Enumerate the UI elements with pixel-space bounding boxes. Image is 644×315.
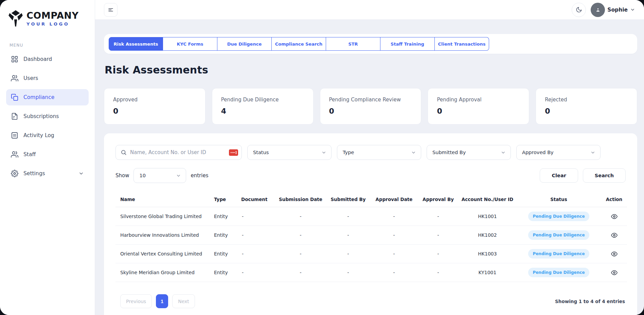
column-header-type: Type bbox=[211, 193, 238, 207]
cell-submitted-by: - bbox=[326, 263, 370, 282]
sidebar-item-label: Users bbox=[23, 75, 38, 81]
filters-table-panel: Status Type Submitted By Approved By bbox=[104, 133, 637, 315]
sidebar-item-label: Subscriptions bbox=[23, 113, 59, 119]
sidebar-item-settings[interactable]: Settings bbox=[6, 165, 89, 182]
cell-approval-by: - bbox=[418, 207, 459, 226]
sidebar-item-staff[interactable]: Staff bbox=[6, 146, 89, 163]
sidebar-item-subscriptions[interactable]: Subscriptions bbox=[6, 108, 89, 125]
chevron-down-icon bbox=[411, 150, 416, 155]
next-page-button[interactable]: Next bbox=[172, 294, 195, 308]
cell-submission-date: - bbox=[275, 263, 326, 282]
tab-kyc-forms[interactable]: KYC Forms bbox=[163, 37, 217, 51]
chevron-down-icon bbox=[501, 150, 506, 155]
table-row: Skyline Meridian Group Limited Entity - … bbox=[115, 263, 627, 282]
app-frame: COMPANY YOUR LOGO MENU Dashboard Users C… bbox=[0, 0, 644, 315]
top-bar: Sophie bbox=[95, 0, 644, 20]
stat-card-pending-approval: Pending Approval 0 bbox=[428, 88, 529, 125]
tab-client-transactions[interactable]: Client Transactions bbox=[435, 37, 489, 51]
column-header-approval-date: Approval Date bbox=[370, 193, 418, 207]
stat-value: 0 bbox=[437, 107, 520, 115]
previous-page-button[interactable]: Previous bbox=[120, 294, 152, 308]
cell-account: HK1001 bbox=[459, 207, 516, 226]
sidebar-item-activity-log[interactable]: Activity Log bbox=[6, 127, 89, 144]
autofill-badge-icon[interactable] bbox=[229, 149, 238, 156]
cell-account: HK1003 bbox=[459, 245, 516, 263]
tab-compliance-search[interactable]: Compliance Search bbox=[272, 37, 326, 51]
chevron-down-icon bbox=[630, 7, 635, 12]
user-name: Sophie bbox=[607, 7, 628, 13]
risk-assessments-table: Name Type Document Submission Date Submi… bbox=[115, 193, 626, 282]
stat-card-pending-compliance-review: Pending Compliance Review 0 bbox=[320, 88, 422, 125]
users-icon bbox=[11, 74, 18, 82]
cell-type: Entity bbox=[211, 245, 238, 263]
tab-str[interactable]: STR bbox=[326, 37, 380, 51]
cell-name: Harbourview Innovations Limited bbox=[115, 226, 211, 245]
approved-by-select[interactable]: Approved By bbox=[516, 145, 601, 160]
chevron-down-icon bbox=[321, 150, 326, 155]
column-header-account: Account No./User ID bbox=[459, 193, 516, 207]
dark-mode-toggle[interactable] bbox=[572, 3, 586, 17]
cell-approval-date: - bbox=[370, 207, 418, 226]
stat-card-pending-due-diligence: Pending Due Diligence 4 bbox=[212, 88, 314, 125]
page-number-button[interactable]: 1 bbox=[156, 294, 168, 308]
chevron-down-icon bbox=[590, 150, 595, 155]
table-row: Silverstone Global Trading Limited Entit… bbox=[115, 207, 627, 226]
status-select[interactable]: Status bbox=[247, 145, 332, 160]
stat-label: Pending Approval bbox=[437, 97, 520, 103]
cell-account: KY1001 bbox=[459, 263, 516, 282]
sidebar-item-users[interactable]: Users bbox=[6, 70, 89, 86]
stat-label: Pending Due Diligence bbox=[221, 97, 304, 103]
avatar bbox=[591, 3, 605, 17]
view-action-button[interactable] bbox=[610, 212, 619, 221]
sidebar-item-label: Dashboard bbox=[23, 56, 52, 62]
column-header-submission-date: Submission Date bbox=[275, 193, 326, 207]
view-action-button[interactable] bbox=[610, 231, 619, 240]
stat-value: 4 bbox=[221, 107, 304, 115]
submitted-by-select[interactable]: Submitted By bbox=[427, 145, 511, 160]
sidebar-item-label: Settings bbox=[23, 170, 45, 177]
show-label: Show bbox=[115, 172, 129, 179]
cell-submission-date: - bbox=[275, 245, 326, 263]
approved-by-select-label: Approved By bbox=[522, 150, 554, 155]
column-header-action: Action bbox=[601, 193, 627, 207]
clear-button[interactable]: Clear bbox=[540, 168, 578, 183]
tab-staff-training[interactable]: Staff Training bbox=[380, 37, 435, 51]
cell-document: - bbox=[238, 245, 275, 263]
sidebar-toggle-button[interactable] bbox=[104, 3, 118, 17]
cell-type: Entity bbox=[211, 226, 238, 245]
menu-section-label: MENU bbox=[10, 43, 89, 48]
cell-approval-date: - bbox=[370, 263, 418, 282]
table-header-row: Name Type Document Submission Date Submi… bbox=[115, 193, 627, 207]
sidebar-item-compliance[interactable]: Compliance bbox=[6, 89, 89, 105]
tab-risk-assessments[interactable]: Risk Assessments bbox=[109, 37, 163, 51]
show-entries-row: Show 10 entries Clear Search bbox=[115, 168, 626, 183]
sidebar-item-dashboard[interactable]: Dashboard bbox=[6, 51, 89, 67]
moon-icon bbox=[576, 6, 582, 13]
status-badge: Pending Due Diligence bbox=[528, 212, 589, 221]
search-button[interactable]: Search bbox=[583, 168, 626, 183]
type-select-label: Type bbox=[343, 150, 354, 155]
search-box bbox=[115, 145, 242, 160]
type-select[interactable]: Type bbox=[337, 145, 421, 160]
file-icon bbox=[11, 113, 18, 120]
search-icon bbox=[121, 149, 127, 155]
cell-submission-date: - bbox=[275, 226, 326, 245]
page-size-select[interactable]: 10 bbox=[133, 168, 186, 183]
stat-label: Pending Compliance Review bbox=[329, 97, 412, 103]
view-action-button[interactable] bbox=[610, 268, 619, 277]
search-input[interactable] bbox=[130, 149, 226, 155]
cell-submitted-by: - bbox=[326, 207, 370, 226]
cell-type: Entity bbox=[211, 263, 238, 282]
cell-name: Silverstone Global Trading Limited bbox=[115, 207, 211, 226]
user-menu[interactable]: Sophie bbox=[591, 3, 635, 17]
tab-due-diligence[interactable]: Due Diligence bbox=[217, 37, 272, 51]
stat-value: 0 bbox=[113, 107, 196, 115]
cell-document: - bbox=[238, 226, 275, 245]
cell-document: - bbox=[238, 207, 275, 226]
sidebar-item-label: Activity Log bbox=[23, 132, 54, 138]
brand-logo: COMPANY YOUR LOGO bbox=[6, 6, 89, 29]
view-action-button[interactable] bbox=[610, 249, 619, 259]
cell-approval-by: - bbox=[418, 263, 459, 282]
stat-card-rejected: Rejected 0 bbox=[536, 88, 637, 125]
stats-row: Approved 0 Pending Due Diligence 4 Pendi… bbox=[104, 88, 637, 125]
